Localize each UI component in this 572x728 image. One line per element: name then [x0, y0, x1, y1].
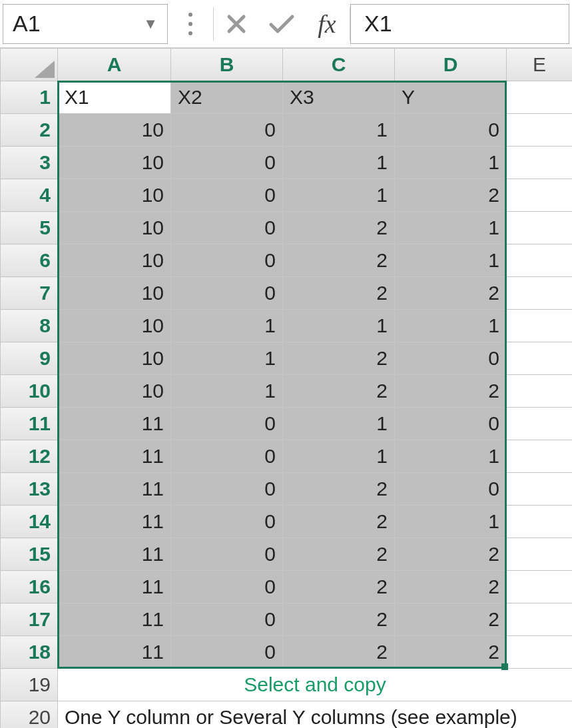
cell[interactable]: 2	[395, 571, 507, 603]
cell[interactable]: 0	[171, 212, 283, 244]
cell[interactable]	[507, 506, 573, 538]
cell[interactable]: 2	[283, 603, 395, 636]
row-header-2[interactable]: 2	[1, 114, 58, 147]
cell[interactable]: 0	[171, 244, 283, 277]
cell[interactable]: 10	[58, 179, 171, 212]
cell[interactable]: 0	[171, 506, 283, 538]
cell[interactable]: 10	[58, 277, 171, 310]
row-header-3[interactable]: 3	[1, 147, 58, 179]
cell[interactable]	[507, 408, 573, 440]
name-box[interactable]: A1 ▼	[3, 4, 168, 44]
row-header-18[interactable]: 18	[1, 636, 58, 669]
cell[interactable]	[507, 179, 573, 212]
cell[interactable]: 2	[395, 277, 507, 310]
cell[interactable]: 0	[395, 114, 507, 147]
cell[interactable]	[507, 212, 573, 244]
cell[interactable]: 2	[395, 636, 507, 669]
cell[interactable]: 2	[283, 277, 395, 310]
cell[interactable]: 2	[283, 636, 395, 669]
cell[interactable]	[507, 81, 573, 114]
cell[interactable]: 0	[171, 603, 283, 636]
row-header-9[interactable]: 9	[1, 342, 58, 375]
row-header-12[interactable]: 12	[1, 440, 58, 473]
cell[interactable]: 0	[171, 277, 283, 310]
cell[interactable]: 1	[395, 244, 507, 277]
fx-icon[interactable]: fx	[304, 4, 350, 44]
cell[interactable]: 0	[171, 473, 283, 506]
cell[interactable]: 2	[395, 179, 507, 212]
cell[interactable]: 1	[395, 147, 507, 179]
cell[interactable]: 1	[283, 147, 395, 179]
select-all-corner[interactable]	[1, 49, 58, 81]
cell[interactable]: 0	[171, 179, 283, 212]
cell[interactable]: 2	[395, 603, 507, 636]
cell[interactable]: 2	[283, 244, 395, 277]
spreadsheet-grid[interactable]: ABCDE1X1X2X3Y210010310011410012510021610…	[0, 48, 572, 728]
cell[interactable]: 11	[58, 636, 171, 669]
cell[interactable]: 2	[283, 538, 395, 571]
cell[interactable]: 1	[395, 440, 507, 473]
vertical-dots-icon[interactable]	[168, 4, 213, 44]
row-header-6[interactable]: 6	[1, 244, 58, 277]
cell[interactable]: 2	[283, 473, 395, 506]
row-header-17[interactable]: 17	[1, 603, 58, 636]
row-header-10[interactable]: 10	[1, 375, 58, 408]
cell[interactable]: 1	[283, 179, 395, 212]
cell[interactable]	[507, 310, 573, 342]
cell[interactable]: Y	[395, 81, 507, 114]
cell[interactable]: 0	[395, 408, 507, 440]
cell[interactable]	[507, 603, 573, 636]
row-header-11[interactable]: 11	[1, 408, 58, 440]
cell[interactable]: 11	[58, 506, 171, 538]
enter-icon[interactable]	[259, 4, 304, 44]
cell[interactable]	[507, 636, 573, 669]
cell[interactable]: 0	[171, 440, 283, 473]
cell[interactable]	[507, 571, 573, 603]
cell[interactable]	[507, 147, 573, 179]
cell[interactable]: 0	[171, 636, 283, 669]
row-header-4[interactable]: 4	[1, 179, 58, 212]
cell[interactable]: X3	[283, 81, 395, 114]
row-header-19[interactable]: 19	[1, 669, 58, 701]
cell[interactable]: 1	[395, 506, 507, 538]
cell[interactable]: X2	[171, 81, 283, 114]
row-header-13[interactable]: 13	[1, 473, 58, 506]
cell[interactable]: 11	[58, 408, 171, 440]
cell[interactable]: 1	[283, 114, 395, 147]
cell[interactable]: 11	[58, 603, 171, 636]
cell[interactable]: 2	[283, 506, 395, 538]
cell[interactable]	[507, 277, 573, 310]
formula-input[interactable]: X1	[350, 4, 569, 44]
row-header-16[interactable]: 16	[1, 571, 58, 603]
cell[interactable]: 10	[58, 212, 171, 244]
row-header-5[interactable]: 5	[1, 212, 58, 244]
cell[interactable]: 0	[171, 147, 283, 179]
cell[interactable]: 10	[58, 310, 171, 342]
row-header-8[interactable]: 8	[1, 310, 58, 342]
column-header-E[interactable]: E	[507, 49, 573, 81]
cancel-icon[interactable]	[214, 4, 259, 44]
cell[interactable]: 10	[58, 114, 171, 147]
cell[interactable]: 1	[283, 408, 395, 440]
cell[interactable]	[507, 538, 573, 571]
cell[interactable]: 11	[58, 440, 171, 473]
cell[interactable]: 1	[171, 375, 283, 408]
cell[interactable]: 1	[171, 310, 283, 342]
cell[interactable]	[507, 244, 573, 277]
column-header-D[interactable]: D	[395, 49, 507, 81]
cell[interactable]	[507, 473, 573, 506]
cell[interactable]: 1	[171, 342, 283, 375]
cell[interactable]: 2	[283, 571, 395, 603]
column-header-A[interactable]: A	[58, 49, 171, 81]
cell[interactable]: 0	[171, 114, 283, 147]
cell[interactable]: 2	[395, 538, 507, 571]
cell[interactable]	[507, 342, 573, 375]
column-header-B[interactable]: B	[171, 49, 283, 81]
cell[interactable]: X1	[58, 81, 171, 114]
cell[interactable]: 10	[58, 375, 171, 408]
row-header-14[interactable]: 14	[1, 506, 58, 538]
cell[interactable]: 11	[58, 538, 171, 571]
cell[interactable]: 1	[395, 310, 507, 342]
cell[interactable]: 10	[58, 342, 171, 375]
row-header-7[interactable]: 7	[1, 277, 58, 310]
